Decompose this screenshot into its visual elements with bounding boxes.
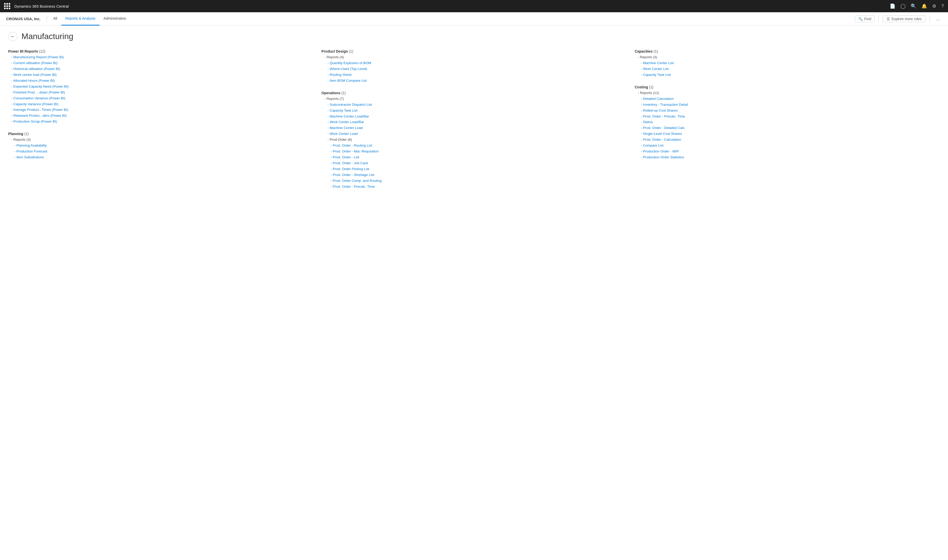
section-link-costing-8[interactable]: - Prod. Order - Calculation [635, 137, 940, 143]
section-link-capacities-3[interactable]: - Capacity Task List [635, 72, 940, 78]
section-link-operations-8[interactable]: - Prod. Order - Routing List [321, 143, 626, 149]
section-link-power-bi-reports-3[interactable]: - Work centre load (Power BI) [8, 72, 313, 78]
section-grouplabel-product-design-0: - Reports (4) [321, 54, 626, 60]
section-capacities: Capacities (1)- Reports (3)- Machine Cen… [635, 49, 940, 78]
section-link-power-bi-reports-11[interactable]: - Production Scrap (Power BI) [8, 119, 313, 125]
section-link-operations-10[interactable]: - Prod. Order - List [321, 154, 626, 160]
bell-icon[interactable]: 🔔 [922, 3, 927, 9]
section-link-costing-11[interactable]: - Production Order Statistics [635, 154, 940, 160]
explore-roles-button[interactable]: ☰ Explore more roles [883, 15, 925, 22]
section-link-power-bi-reports-9[interactable]: - Average Product...Times (Power BI) [8, 107, 313, 113]
section-product-design: Product Design (1)- Reports (4)- Quantit… [321, 49, 626, 84]
waffle-icon[interactable] [4, 3, 10, 9]
find-label: Find [864, 17, 871, 21]
section-link-power-bi-reports-1[interactable]: - Current utilisation (Power BI) [8, 60, 313, 66]
section-link-operations-11[interactable]: - Prod. Order - Job Card [321, 160, 626, 166]
section-link-planning-1[interactable]: - Planning Availability [8, 143, 313, 149]
column-2: Capacities (1)- Reports (3)- Machine Cen… [635, 49, 940, 197]
section-link-power-bi-reports-10[interactable]: - Released Produc...ders (Power BI) [8, 113, 313, 119]
section-link-product-design-4[interactable]: - Item BOM Compare List [321, 78, 626, 84]
main-content: ← Manufacturing Power BI Reports (12)- M… [0, 26, 948, 203]
section-header-planning: Planning (1) [8, 132, 313, 136]
section-link-product-design-3[interactable]: - Routing Sheet [321, 72, 626, 78]
find-icon: 🔍 [858, 17, 863, 21]
section-grouplabel-operations-0: - Reports (7) [321, 96, 626, 102]
section-link-operations-13[interactable]: - Prod. Order - Shortage List [321, 172, 626, 178]
section-link-costing-5[interactable]: - Status [635, 119, 940, 125]
section-header-power-bi-reports: Power BI Reports (12) [8, 49, 313, 53]
topbar: Dynamics 365 Business Central 📄 ◯ 🔍 🔔 ⚙ … [0, 0, 948, 12]
section-count: (1) [649, 85, 653, 89]
section-link-costing-1[interactable]: - Detailed Calculation [635, 96, 940, 102]
topbar-icons: 📄 ◯ 🔍 🔔 ⚙ ? [890, 3, 944, 9]
page-title: Manufacturing [22, 32, 73, 41]
explore-icon: ☰ [887, 17, 890, 21]
section-link-product-design-1[interactable]: - Quantity Explosion of BOM [321, 60, 626, 66]
section-header-capacities: Capacities (1) [635, 49, 940, 53]
nav-divider [47, 15, 47, 23]
section-count: (1) [341, 91, 346, 95]
find-button[interactable]: 🔍 Find [855, 15, 874, 22]
explore-label: Explore more roles [891, 17, 922, 21]
section-link-costing-7[interactable]: - Single-Level Cost Shares [635, 131, 940, 137]
section-link-operations-15[interactable]: - Prod. Order - Precalc. Time [321, 184, 626, 190]
section-count: (1) [24, 132, 29, 136]
section-operations: Operations (1)- Reports (7)- Subcontract… [321, 91, 626, 190]
section-header-product-design: Product Design (1) [321, 49, 626, 53]
subnav: CRONUS USA, Inc. All Reports & Analysis … [0, 12, 948, 26]
section-link-operations-12[interactable]: - Prod. Order Picking List [321, 166, 626, 172]
section-link-power-bi-reports-4[interactable]: - Allocated Hours (Power BI) [8, 78, 313, 84]
section-link-costing-3[interactable]: - Rolled-up Cost Shares [635, 108, 940, 114]
page-header: ← Manufacturing [8, 32, 940, 41]
section-link-planning-2[interactable]: - Production Forecast [8, 149, 313, 154]
section-link-costing-6[interactable]: - Prod. Order - Detailed Calc. [635, 125, 940, 131]
settings-icon[interactable]: ⚙ [932, 3, 936, 9]
section-link-power-bi-reports-7[interactable]: - Consumption Variance (Power BI) [8, 95, 313, 102]
section-link-operations-4[interactable]: - Work Center Load/Bar [321, 119, 626, 125]
section-costing: Costing (1)- Reports (11)- Detailed Calc… [635, 85, 940, 160]
nav-divider-3 [929, 15, 930, 23]
column-1: Product Design (1)- Reports (4)- Quantit… [321, 49, 626, 197]
app-title: Dynamics 365 Business Central [14, 4, 886, 8]
section-link-operations-5[interactable]: - Machine Center Load [321, 125, 626, 131]
nav-divider-2 [879, 15, 879, 23]
section-planning: Planning (1)- Reports (3)- Planning Avai… [8, 132, 313, 160]
section-link-costing-4[interactable]: - Prod. Order - Precalc. Time [635, 114, 940, 120]
document-icon[interactable]: 📄 [890, 3, 896, 9]
search-icon[interactable]: 🔍 [911, 3, 916, 9]
tab-all[interactable]: All [49, 12, 61, 26]
section-link-planning-3[interactable]: - Item Substitutions [8, 154, 313, 160]
section-link-operations-1[interactable]: - Subcontractor Dispatch List [321, 102, 626, 108]
section-link-product-design-2[interactable]: - Where-Used (Top Level) [321, 66, 626, 72]
back-button[interactable]: ← [8, 32, 17, 41]
section-link-power-bi-reports-8[interactable]: - Capacity Variance (Power BI) [8, 102, 313, 107]
brand-name: CRONUS USA, Inc. [6, 17, 41, 21]
circle-icon[interactable]: ◯ [900, 3, 906, 9]
section-link-costing-9[interactable]: - Compare List [635, 143, 940, 149]
section-link-capacities-2[interactable]: - Work Center List [635, 66, 940, 72]
content-columns: Power BI Reports (12)- Manufacturing Rep… [8, 49, 940, 197]
section-link-operations-14[interactable]: - Prod. Order Comp. and Routing [321, 178, 626, 184]
section-link-operations-3[interactable]: - Machine Center Load/Bar [321, 114, 626, 120]
help-icon[interactable]: ? [941, 3, 944, 9]
tab-admin[interactable]: Administration [99, 12, 130, 26]
section-link-operations-2[interactable]: - Capacity Task List [321, 108, 626, 114]
section-link-power-bi-reports-6[interactable]: - Finished Prod. ...down (Power BI) [8, 90, 313, 95]
section-link-operations-6[interactable]: - Work Center Load [321, 131, 626, 137]
section-link-operations-9[interactable]: - Prod. Order - Mat. Requisition [321, 149, 626, 154]
section-link-capacities-1[interactable]: - Machine Center List [635, 60, 940, 66]
section-link-power-bi-reports-5[interactable]: - Expected Capacity Need (Power BI) [8, 84, 313, 90]
section-count: (1) [654, 49, 658, 53]
section-grouplabel-operations-7: - Prod.Order (8) [321, 137, 626, 143]
section-grouplabel-planning-0: - Reports (3) [8, 137, 313, 143]
section-grouplabel-costing-0: - Reports (11) [635, 90, 940, 96]
section-link-power-bi-reports-0[interactable]: - Manufacturing Report (Power BI) [8, 54, 313, 60]
tab-reports[interactable]: Reports & Analysis [61, 12, 100, 26]
section-grouplabel-capacities-0: - Reports (3) [635, 54, 940, 60]
section-link-power-bi-reports-2[interactable]: - Historical utilisation (Power BI) [8, 66, 313, 72]
more-button[interactable]: ... [934, 16, 942, 22]
section-link-costing-10[interactable]: - Production Order - WIP [635, 149, 940, 154]
subnav-right: 🔍 Find ☰ Explore more roles ... [855, 15, 942, 23]
section-link-costing-2[interactable]: - Inventory - Transaction Detail [635, 102, 940, 108]
subnav-tabs: All Reports & Analysis Administration [49, 12, 130, 26]
